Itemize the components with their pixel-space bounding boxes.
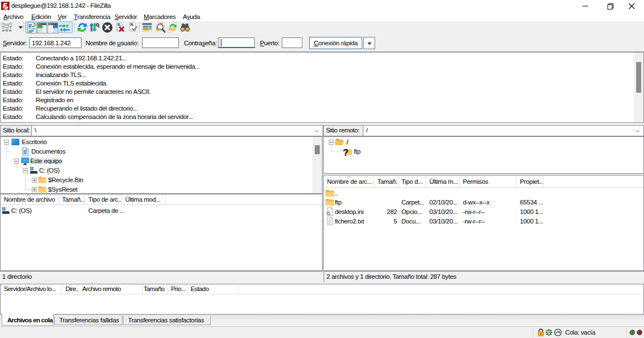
svg-text:A: A	[547, 329, 551, 335]
svg-text:?: ?	[343, 147, 348, 156]
